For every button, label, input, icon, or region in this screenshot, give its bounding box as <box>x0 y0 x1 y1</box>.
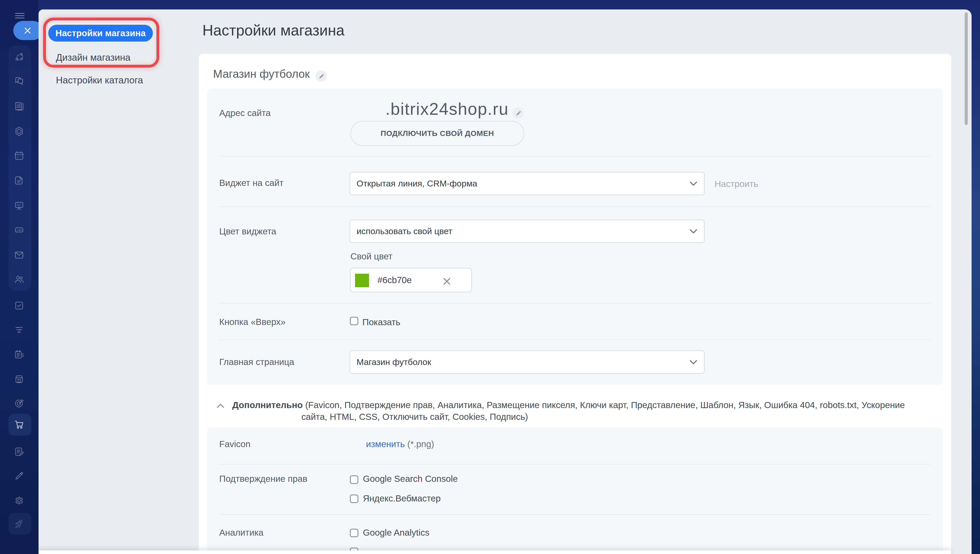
svg-text:BO: BO <box>17 203 21 207</box>
